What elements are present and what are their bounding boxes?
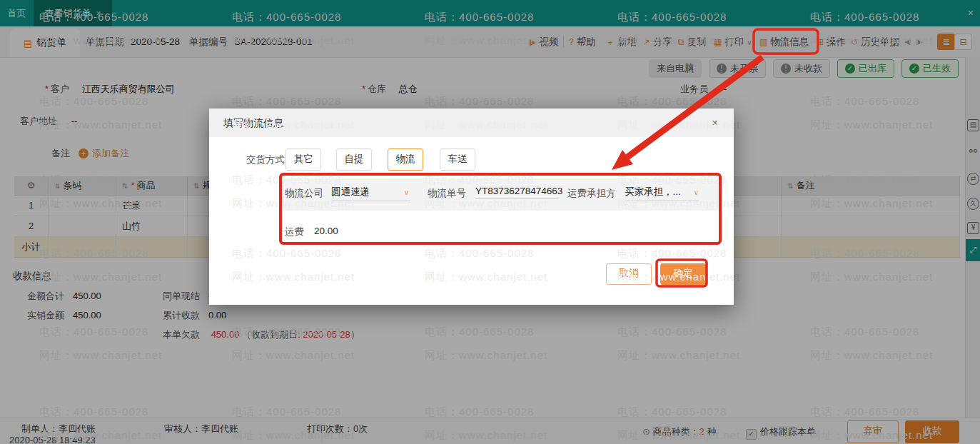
freight-payer-label: 运费承担方 bbox=[567, 187, 616, 200]
delivery-option-logistics[interactable]: 物流 bbox=[388, 148, 423, 171]
logistics-company-select[interactable]: 圆通速递 ∨ bbox=[331, 186, 410, 201]
freight-input[interactable]: 20.00 bbox=[314, 226, 338, 236]
modal-close-icon[interactable]: × bbox=[712, 109, 718, 137]
freight-label: 运费 bbox=[285, 226, 304, 238]
modal-header: 填写物流信息 × bbox=[209, 109, 734, 137]
chevron-down-icon: ∨ bbox=[404, 188, 409, 196]
delivery-option-truck[interactable]: 车送 bbox=[440, 148, 475, 171]
delivery-option-other[interactable]: 其它 bbox=[286, 148, 321, 171]
app-window: 首页 查看销货单 × × ▤ 销货单 单据日期2020-05-28 单据编号SA… bbox=[0, 0, 980, 444]
chevron-down-icon: ∨ bbox=[694, 188, 699, 196]
delivery-option-pickup[interactable]: 自提 bbox=[336, 148, 372, 171]
logistics-modal: 填写物流信息 × 交货方式 其它 自提 物流 车送 物流公司 圆通速递 ∨ 物流… bbox=[209, 109, 734, 305]
delivery-method-label: 交货方式 bbox=[246, 153, 285, 166]
confirm-button[interactable]: 确定 bbox=[660, 263, 706, 285]
freight-payer-select[interactable]: 买家承担，... ∨ bbox=[625, 186, 699, 201]
tracking-number-label: 物流单号 bbox=[428, 187, 466, 200]
cancel-button[interactable]: 取消 bbox=[606, 263, 652, 285]
logistics-company-label: 物流公司 bbox=[285, 187, 323, 200]
tracking-number-input[interactable]: YT83736278474663 bbox=[475, 186, 559, 199]
modal-title: 填写物流信息 bbox=[223, 109, 283, 137]
